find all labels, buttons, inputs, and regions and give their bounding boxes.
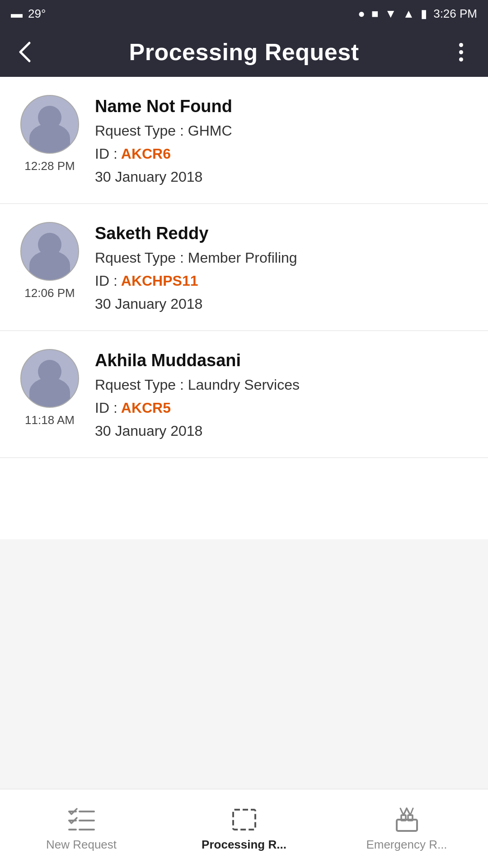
nav-label-emergency: Emergency R... bbox=[366, 838, 447, 852]
avatar-head bbox=[38, 233, 61, 256]
request-item[interactable]: 12:06 PM Saketh Reddy Rquest Type : Memb… bbox=[0, 204, 488, 331]
svg-line-13 bbox=[410, 808, 413, 815]
svg-line-11 bbox=[407, 808, 410, 815]
vibrate-icon: ■ bbox=[371, 7, 379, 21]
nav-label-processing: Processing R... bbox=[202, 838, 286, 852]
avatar-head bbox=[38, 360, 61, 383]
request-item[interactable]: 12:28 PM Name Not Found Rquest Type : GH… bbox=[0, 77, 488, 204]
request-type: Rquest Type : GHMC bbox=[95, 123, 470, 139]
avatar-col: 12:06 PM bbox=[18, 222, 81, 300]
request-id-row: ID : AKCHPS11 bbox=[95, 273, 470, 289]
checklist-icon bbox=[67, 806, 96, 833]
avatar-inner bbox=[21, 96, 78, 153]
menu-dot-1 bbox=[459, 43, 463, 47]
request-type: Rquest Type : Laundry Services bbox=[95, 377, 470, 393]
emergency-icon bbox=[392, 806, 422, 833]
overflow-menu-button[interactable] bbox=[447, 43, 474, 61]
request-date: 30 January 2018 bbox=[95, 423, 470, 439]
back-arrow-icon bbox=[14, 41, 36, 63]
requester-name: Name Not Found bbox=[95, 97, 470, 116]
avatar-col: 11:18 AM bbox=[18, 349, 81, 427]
status-bar-left: ▬ 29° bbox=[11, 7, 46, 21]
avatar-col: 12:28 PM bbox=[18, 95, 81, 173]
id-label: ID : bbox=[95, 146, 117, 162]
request-time: 11:18 AM bbox=[25, 413, 75, 427]
id-label: ID : bbox=[95, 400, 117, 416]
request-time: 12:06 PM bbox=[24, 286, 75, 300]
requests-list: 12:28 PM Name Not Found Rquest Type : GH… bbox=[0, 77, 488, 539]
battery-icon: ▮ bbox=[421, 7, 427, 21]
request-info: Name Not Found Rquest Type : GHMC ID : A… bbox=[95, 95, 470, 185]
signal-icon: ▲ bbox=[403, 7, 414, 21]
request-id-value: AKCR6 bbox=[121, 146, 171, 162]
temperature: 29° bbox=[28, 7, 46, 21]
avatar-head bbox=[38, 106, 61, 129]
avatar-inner bbox=[21, 350, 78, 407]
avatar bbox=[20, 349, 79, 408]
processing-icon bbox=[230, 806, 259, 833]
request-item[interactable]: 11:18 AM Akhila Muddasani Rquest Type : … bbox=[0, 331, 488, 458]
id-label: ID : bbox=[95, 273, 117, 289]
menu-dot-3 bbox=[459, 57, 463, 61]
nav-item-new-request[interactable]: New Request bbox=[0, 806, 163, 852]
svg-rect-6 bbox=[233, 810, 255, 830]
svg-rect-7 bbox=[397, 820, 417, 831]
back-button[interactable] bbox=[14, 41, 41, 63]
nav-label-new-request: New Request bbox=[46, 838, 117, 852]
avatar-inner bbox=[21, 223, 78, 280]
svg-line-12 bbox=[400, 808, 404, 815]
avatar bbox=[20, 95, 79, 154]
wifi-icon: ▼ bbox=[385, 7, 397, 21]
location-icon: ● bbox=[358, 7, 365, 21]
request-date: 30 January 2018 bbox=[95, 169, 470, 185]
request-id-value: AKCHPS11 bbox=[121, 273, 198, 289]
bottom-nav: New Request Processing R... Emergency R.… bbox=[0, 789, 488, 868]
time-display: 3:26 PM bbox=[433, 7, 477, 21]
request-type: Rquest Type : Member Profiling bbox=[95, 250, 470, 266]
nav-item-processing[interactable]: Processing R... bbox=[163, 806, 325, 852]
request-info: Saketh Reddy Rquest Type : Member Profil… bbox=[95, 222, 470, 312]
network-icon: ▬ bbox=[11, 7, 23, 21]
avatar bbox=[20, 222, 79, 281]
status-bar-right: ● ■ ▼ ▲ ▮ 3:26 PM bbox=[358, 7, 477, 21]
app-bar: Processing Request bbox=[0, 27, 488, 77]
status-bar: ▬ 29° ● ■ ▼ ▲ ▮ 3:26 PM bbox=[0, 0, 488, 27]
request-id-value: AKCR5 bbox=[121, 400, 171, 416]
requester-name: Akhila Muddasani bbox=[95, 351, 470, 370]
page-title: Processing Request bbox=[41, 38, 447, 66]
request-id-row: ID : AKCR5 bbox=[95, 400, 470, 416]
menu-dot-2 bbox=[459, 50, 463, 54]
svg-line-10 bbox=[404, 808, 407, 815]
request-id-row: ID : AKCR6 bbox=[95, 146, 470, 162]
request-date: 30 January 2018 bbox=[95, 296, 470, 312]
request-info: Akhila Muddasani Rquest Type : Laundry S… bbox=[95, 349, 470, 439]
nav-item-emergency[interactable]: Emergency R... bbox=[325, 806, 488, 852]
request-time: 12:28 PM bbox=[24, 159, 75, 173]
requester-name: Saketh Reddy bbox=[95, 224, 470, 243]
